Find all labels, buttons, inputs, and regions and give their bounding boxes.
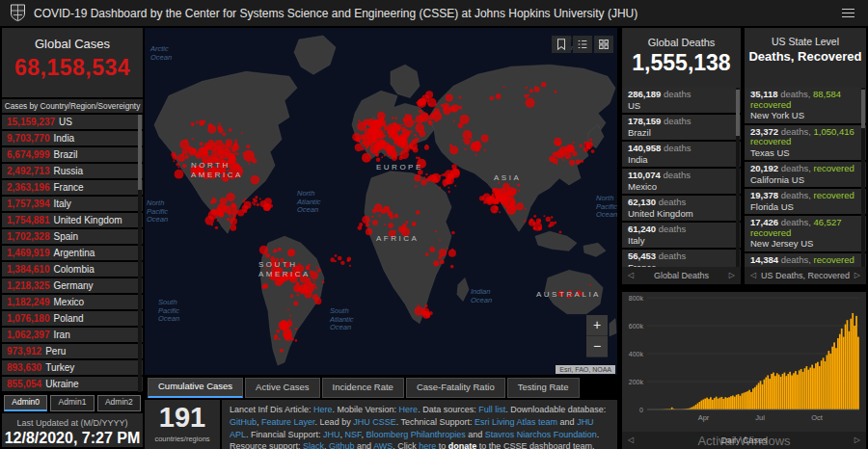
daily-cases-chart-panel: 0200k400k600k800kAprJulOct ◁ Daily Cases… [622,292,866,449]
map-metric-tabs: Cumulative CasesActive CasesIncidence Ra… [145,376,617,398]
country-row[interactable]: 1,076,180Poland [2,311,143,326]
carousel-caption: US Deaths, Recovered [761,271,850,280]
carousel-next-icon[interactable]: ▷ [724,267,740,284]
text: . Mobile Version: [333,405,399,414]
global-deaths-scrollbar[interactable] [736,88,740,267]
country-row[interactable]: 1,218,325Germany [2,278,143,293]
country-row[interactable]: 1,182,249Mexico [2,295,143,309]
country-list-scrollbar[interactable] [138,115,142,392]
map-tab-testing-rate[interactable]: Testing Rate [507,378,580,398]
link[interactable]: GitHub [230,417,257,427]
country-row[interactable]: 9,703,770India [2,131,143,145]
us-state-row[interactable]: 23,372 deaths, 1,050,416 recoveredTexas … [745,125,866,163]
us-state-row[interactable]: 19,378 deaths, recoveredFlorida US [745,189,866,216]
country-row[interactable]: 1,062,397Iran [2,328,143,342]
country-row[interactable]: 893,630Turkey [2,360,143,375]
link[interactable]: NSF [345,430,362,439]
chart-caption: Daily Cases [720,436,767,445]
link[interactable]: Stavros Niarchos Foundation [485,430,597,439]
us-state-scrollbar[interactable] [861,88,865,267]
text: Lancet Inf Dis Article: [230,405,313,414]
country-row[interactable]: 1,384,610Colombia [2,262,143,277]
country-row[interactable]: 2,492,713Russia [2,164,143,178]
carousel-prev-icon[interactable]: ◁ [623,432,638,449]
global-deaths-row[interactable]: 178,159 deathsBrazil [622,115,741,142]
link[interactable]: Full list [478,405,505,414]
chart-carousel: ◁ Daily Cases ▷ [622,432,866,449]
page-title: COVID-19 Dashboard by the Center for Sys… [34,7,637,20]
last-updated-label: Last Updated at (M/D/YYYY) [2,418,143,428]
map-tab-cumulative-cases[interactable]: Cumulative Cases [148,378,243,398]
daily-cases-bars [658,313,858,409]
daily-cases-chart: 0200k400k600k800kAprJulOct [622,292,866,436]
svg-text:600k: 600k [629,323,644,330]
carousel-prev-icon[interactable]: ◁ [623,267,638,284]
link[interactable]: AWS [373,441,393,449]
link[interactable]: JHU CSSE [353,417,396,427]
world-map[interactable]: Arctic OceanArctic OceanNorth Pacific Oc… [145,28,617,375]
global-deaths-list[interactable]: 286,189 deathsUS178,159 deathsBrazil140,… [622,88,741,267]
link[interactable]: Here [313,405,333,414]
bookmark-icon[interactable] [552,36,571,53]
map-attribution: Esri, FAO, NOAA [556,365,615,374]
text: . Click [393,441,419,449]
admin-tab-admin2[interactable]: Admin2 [97,395,141,411]
admin-tab-admin0[interactable]: Admin0 [4,395,47,411]
country-row[interactable]: 2,363,196France [2,180,143,195]
global-deaths-value: 1,555,138 [622,50,741,76]
link[interactable]: JHU [323,430,340,439]
us-state-panel: US State Level Deaths, Recovered 35,118 … [745,28,866,284]
us-state-list[interactable]: 35,118 deaths, 88,584 recoveredNew York … [745,88,866,267]
global-deaths-row[interactable]: 110,074 deathsMexico [622,169,741,196]
us-state-row[interactable]: 35,118 deaths, 88,584 recoveredNew York … [745,88,866,125]
us-state-row[interactable]: 20,192 deaths, recoveredCalifornia US [745,162,866,189]
map-canvas [145,28,617,375]
country-row[interactable]: 1,469,919Argentina [2,246,143,260]
link[interactable]: here [419,441,436,449]
map-tab-case-fatality-ratio[interactable]: Case-Fatality Ratio [406,378,505,398]
map-zoom-control: + − [586,315,608,357]
covid-dashboard: COVID-19 Dashboard by the Center for Sys… [0,0,868,449]
link[interactable]: Here [399,405,419,414]
cases-by-country-panel: Cases by Country/Region/Sovereignty 15,1… [2,99,143,392]
legend-icon[interactable] [573,36,592,53]
link[interactable]: Esri Living Atlas team [475,417,557,427]
map-tab-incidence-rate[interactable]: Incidence Rate [322,378,404,398]
menu-icon[interactable] [838,5,858,22]
link[interactable]: Feature Layer [261,417,315,427]
us-state-row[interactable]: 14,384 deaths, recoveredIllinois US [745,253,866,268]
svg-text:Oct: Oct [811,413,824,422]
global-cases-value: 68,158,534 [2,55,143,81]
country-row[interactable]: 6,674,999Brazil [2,147,143,162]
country-row[interactable]: 15,159,237US [2,115,143,129]
carousel-next-icon[interactable]: ▷ [850,432,865,449]
global-deaths-row[interactable]: 62,130 deathsUnited Kingdom [622,196,741,223]
country-row[interactable]: 1,754,881United Kingdom [2,213,143,227]
link[interactable]: Slack [303,441,324,449]
info-panel: Lancet Inf Dis Article: Here. Mobile Ver… [222,400,617,449]
zoom-out-button[interactable]: − [586,336,608,357]
country-row[interactable]: 973,912Peru [2,344,143,358]
country-row[interactable]: 1,757,394Italy [2,197,143,211]
global-deaths-row[interactable]: 286,189 deathsUS [622,88,741,115]
country-row[interactable]: 855,054Ukraine [2,377,143,391]
regions-count: 191 [145,402,220,434]
link[interactable]: Github [329,441,355,449]
global-deaths-row[interactable]: 61,240 deathsItaly [622,223,741,250]
link[interactable]: Bloomberg Philanthropies [366,430,466,439]
country-row[interactable]: 1,702,328Spain [2,229,143,244]
global-deaths-row[interactable]: 56,453 deathsFrance [622,250,741,267]
carousel-prev-icon[interactable]: ◁ [746,267,761,284]
basemap-icon[interactable] [594,36,613,53]
carousel-next-icon[interactable]: ▷ [850,267,865,284]
app-header: COVID-19 Dashboard by the Center for Sys… [0,0,868,26]
last-updated-value: 12/8/2020, 7:27 PM [2,430,143,447]
text: and [466,430,485,439]
global-deaths-row[interactable]: 140,958 deathsIndia [622,142,741,169]
country-list[interactable]: 15,159,237US9,703,770India6,674,999Brazi… [2,115,143,392]
us-state-row[interactable]: 17,426 deaths, 46,527 recoveredNew Jerse… [745,216,866,253]
svg-text:Jul: Jul [755,413,765,422]
zoom-in-button[interactable]: + [586,315,608,336]
admin-tab-admin1[interactable]: Admin1 [50,395,94,411]
map-tab-active-cases[interactable]: Active Cases [245,378,319,398]
